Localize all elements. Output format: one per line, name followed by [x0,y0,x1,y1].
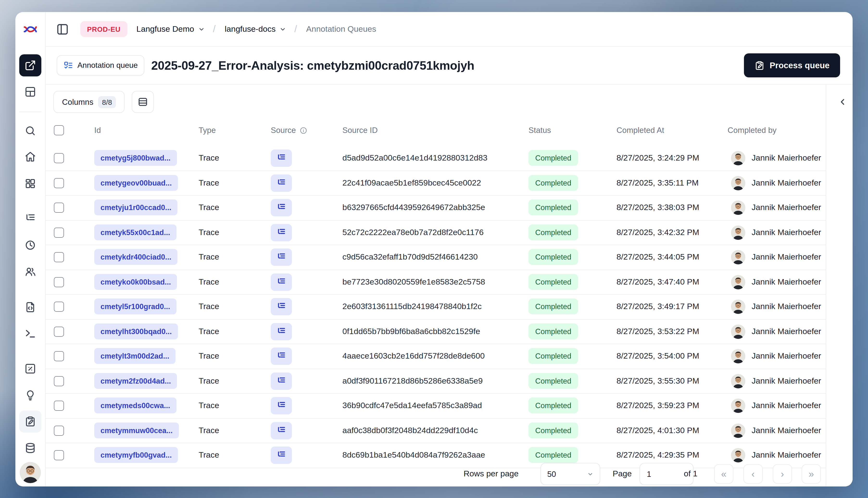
table-icon[interactable] [19,81,41,103]
trace-source-button[interactable] [271,199,292,217]
row-checkbox[interactable] [54,401,64,411]
row-id-badge[interactable]: cmetymeds00cwa... [94,398,177,414]
sessions-clock-icon[interactable] [19,234,41,256]
trace-source-button[interactable] [271,422,292,440]
trace-source-button[interactable] [271,372,292,390]
project-switcher[interactable]: langfuse-docs [225,24,276,34]
row-id-badge[interactable]: cmetymyfb00gvad... [94,447,178,463]
column-header-id[interactable]: Id [94,126,101,135]
row-id-badge[interactable]: cmetyko0k00bsad... [94,274,177,290]
column-header-status[interactable]: Status [529,126,551,135]
annotation-queues-clipboard-pen-icon[interactable] [19,410,41,433]
chevron-down-icon[interactable] [280,26,286,32]
trace-source-button[interactable] [271,397,292,415]
row-id-badge[interactable]: cmetygeov00buad... [94,175,178,191]
org-switcher[interactable]: Langfuse Demo [136,24,194,34]
rail-divider [19,112,41,112]
row-id-badge[interactable]: cmetylht300bqad0... [94,324,178,339]
status-badge: Completed [529,175,578,191]
table-row: cmetym2fz00d4ad... Trace a0df3f901167218… [46,369,826,394]
row-type: Trace [198,426,219,435]
users-icon[interactable] [19,261,41,283]
row-checkbox[interactable] [54,351,64,362]
avatar [731,448,746,463]
row-checkbox[interactable] [54,153,64,163]
chevron-down-icon[interactable] [198,26,205,32]
row-completed-at: 8/27/2025, 3:59:23 PM [617,401,699,411]
row-id-badge[interactable]: cmetymmuw00cea... [94,422,179,438]
search-icon[interactable] [19,120,41,142]
row-checkbox[interactable] [54,277,64,287]
sidebar-toggle-icon[interactable] [56,23,69,35]
row-checkbox[interactable] [54,227,64,238]
row-completed-at: 8/27/2025, 3:49:17 PM [617,302,699,312]
next-page-button[interactable]: › [773,464,792,484]
row-source-id: 0f1dd65b7bb9bf6ba8a6cbb82c1529fe [342,327,480,337]
row-id-badge[interactable]: cmetyju1r00ccad0... [94,200,178,215]
column-header-source-id[interactable]: Source ID [342,126,378,135]
trace-source-button[interactable] [271,249,292,266]
row-checkbox[interactable] [54,327,64,337]
collapse-panel-button[interactable] [834,93,851,110]
columns-button[interactable]: Columns 8/8 [53,91,125,113]
tracing-list-tree-icon[interactable] [19,208,41,230]
last-page-button[interactable]: » [802,464,821,484]
table-row: cmetykdr400ciad0... Trace c9d56ca32efaff… [46,245,826,270]
row-completed-at: 8/27/2025, 3:42:32 PM [617,228,699,237]
trace-source-button[interactable] [271,298,292,316]
evaluation-square-percent-icon[interactable] [19,358,41,380]
first-page-button[interactable]: « [714,464,733,484]
trace-source-button[interactable] [271,150,292,167]
dashboard-icon[interactable] [19,173,41,195]
column-header-completed-at[interactable]: Completed At [617,126,664,135]
row-checkbox[interactable] [54,203,64,213]
trace-source-button[interactable] [271,348,292,365]
previous-page-button[interactable]: ‹ [743,464,763,484]
row-source-id: a0df3f901167218d86b5286e6338a5e9 [342,376,483,386]
status-badge: Completed [529,373,578,389]
row-checkbox[interactable] [54,178,64,188]
status-badge: Completed [529,150,578,166]
list-tree-icon [276,228,286,237]
open-external-button[interactable] [19,54,41,76]
row-completed-by: Jannik Maierhoefer [731,176,821,191]
row-checkbox[interactable] [54,376,64,386]
trace-source-button[interactable] [271,323,292,340]
datasets-database-icon[interactable] [19,437,41,459]
user-avatar[interactable] [20,462,41,483]
table-row: cmetymeds00cwa... Trace 36b90cdfc47e5da1… [46,394,826,418]
breadcrumb-separator: / [294,24,297,35]
column-header-type[interactable]: Type [198,126,216,135]
row-id-badge[interactable]: cmetylt3m00d2ad... [94,348,176,364]
lightbulb-icon[interactable] [19,384,41,406]
list-todo-icon [64,61,73,70]
select-all-checkbox[interactable] [54,125,64,135]
rows-per-page-select[interactable]: 50 [541,463,600,485]
trace-source-button[interactable] [271,224,292,241]
row-id-badge[interactable]: cmetym2fz00d4ad... [94,373,177,389]
row-type: Trace [198,154,219,163]
row-checkbox[interactable] [54,425,64,436]
row-completed-by: Jannik Maierhoefer [731,374,821,389]
list-tree-icon [276,277,286,287]
table-panel: Columns 8/8 Id Type Source Source I [46,84,853,486]
row-checkbox[interactable] [54,252,64,262]
table-row: cmetymmuw00cea... Trace aaf0c38db0f3f204… [46,418,826,443]
home-icon[interactable] [19,146,41,168]
row-id-badge[interactable]: cmetykdr400ciad0... [94,249,178,265]
playground-terminal-icon[interactable] [19,323,41,345]
trace-source-button[interactable] [271,274,292,291]
column-header-completed-by[interactable]: Completed by [728,126,777,135]
column-header-source[interactable]: Source [271,126,308,135]
row-checkbox[interactable] [54,450,64,460]
row-id-badge[interactable]: cmetyl5r100grad0... [94,299,177,315]
row-source-id: 2e603f31361115db24198478840b1f2c [342,302,482,312]
row-checkbox[interactable] [54,302,64,312]
process-queue-button[interactable]: Process queue [744,53,840,77]
row-height-button[interactable] [132,91,154,113]
row-id-badge[interactable]: cmetyg5j800bwad... [94,150,177,166]
row-id-badge[interactable]: cmetyk55x00c1ad... [94,224,177,240]
prompts-file-code-icon[interactable] [19,296,41,318]
langfuse-logo-icon [15,12,45,46]
trace-source-button[interactable] [271,174,292,192]
